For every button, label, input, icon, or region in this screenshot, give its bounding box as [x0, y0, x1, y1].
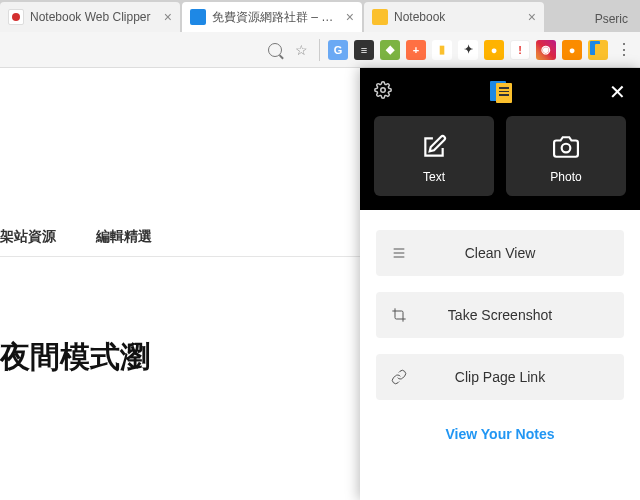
- browser-toolbar: ☆ G ≡ ◆ + ▮ ✦ ● ! ◉ ● ⋮: [0, 32, 640, 68]
- browser-menu-icon[interactable]: ⋮: [614, 40, 634, 59]
- browser-tab-bar: Notebook Web Clipper × 免費資源網路社群 – 免費 × N…: [0, 0, 640, 32]
- notebook-clipper-panel: ✕ Text Photo Clean View Take Screenshot: [360, 68, 640, 500]
- panel-header: ✕ Text Photo: [360, 68, 640, 210]
- tab-title: Notebook: [394, 10, 445, 24]
- extension-icon[interactable]: !: [510, 40, 530, 60]
- favicon-icon: [372, 9, 388, 25]
- tile-label: Text: [423, 170, 445, 184]
- svg-point-1: [562, 144, 571, 153]
- tile-label: Photo: [550, 170, 581, 184]
- favicon-icon: [8, 9, 24, 25]
- browser-tab-1[interactable]: 免費資源網路社群 – 免費 ×: [182, 2, 362, 32]
- clean-view-button[interactable]: Clean View: [376, 230, 624, 276]
- extension-icon[interactable]: ✦: [458, 40, 478, 60]
- extension-icon[interactable]: G: [328, 40, 348, 60]
- extension-icon[interactable]: ◉: [536, 40, 556, 60]
- profile-label[interactable]: Pseric: [583, 6, 640, 32]
- option-label: Take Screenshot: [390, 307, 610, 323]
- take-screenshot-button[interactable]: Take Screenshot: [376, 292, 624, 338]
- browser-tab-0[interactable]: Notebook Web Clipper ×: [0, 2, 180, 32]
- zoom-icon[interactable]: [265, 40, 285, 60]
- option-label: Clean View: [390, 245, 610, 261]
- text-note-tile[interactable]: Text: [374, 116, 494, 196]
- extension-icon[interactable]: ●: [484, 40, 504, 60]
- favicon-icon: [190, 9, 206, 25]
- extension-icon[interactable]: ≡: [354, 40, 374, 60]
- extension-icon[interactable]: ●: [562, 40, 582, 60]
- svg-point-0: [381, 88, 386, 93]
- view-notes-link[interactable]: View Your Notes: [376, 416, 624, 452]
- gear-icon[interactable]: [374, 81, 392, 103]
- notebook-extension-icon[interactable]: [588, 40, 608, 60]
- browser-tab-2[interactable]: Notebook ×: [364, 2, 544, 32]
- tab-close-icon[interactable]: ×: [158, 9, 172, 25]
- extension-icon[interactable]: +: [406, 40, 426, 60]
- photo-note-tile[interactable]: Photo: [506, 116, 626, 196]
- tab-title: Notebook Web Clipper: [30, 10, 151, 24]
- clip-page-link-button[interactable]: Clip Page Link: [376, 354, 624, 400]
- tab-close-icon[interactable]: ×: [522, 9, 536, 25]
- panel-body: Clean View Take Screenshot Clip Page Lin…: [360, 210, 640, 500]
- nav-item[interactable]: 架站資源: [0, 228, 56, 246]
- toolbar-divider: [319, 39, 320, 61]
- extension-icon[interactable]: ◆: [380, 40, 400, 60]
- nav-item[interactable]: 編輯精選: [96, 228, 152, 246]
- notebook-logo-icon: [490, 81, 512, 103]
- tab-close-icon[interactable]: ×: [340, 9, 354, 25]
- tab-title: 免費資源網路社群 – 免費: [212, 9, 340, 26]
- bookmark-star-icon[interactable]: ☆: [291, 40, 311, 60]
- option-label: Clip Page Link: [390, 369, 610, 385]
- extension-icon[interactable]: ▮: [432, 40, 452, 60]
- close-icon[interactable]: ✕: [609, 80, 626, 104]
